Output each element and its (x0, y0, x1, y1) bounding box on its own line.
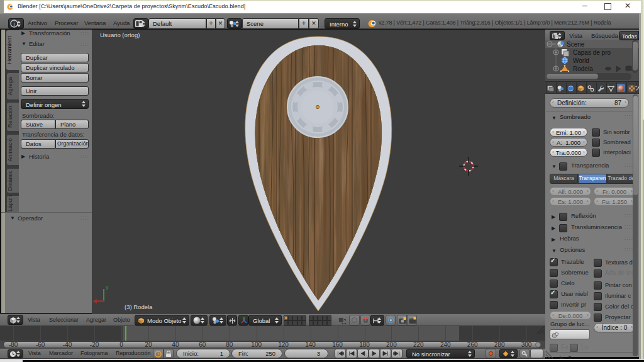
svg-text:World: World (573, 57, 589, 64)
svg-text:Capas de pro: Capas de pro (573, 49, 611, 56)
svg-text:y: y (106, 284, 109, 290)
svg-text:Rodela: Rodela (573, 65, 593, 72)
svg-text:i: i (14, 21, 15, 27)
svg-text:Scene: Scene (567, 41, 585, 48)
